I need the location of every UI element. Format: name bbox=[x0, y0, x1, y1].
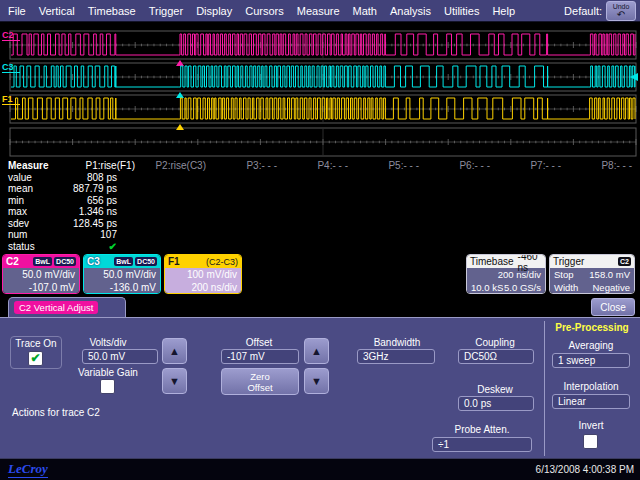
bwl-badge: BwL bbox=[114, 257, 133, 266]
measure-row-label-max: max bbox=[8, 206, 64, 218]
menu-item-measure[interactable]: Measure bbox=[297, 5, 340, 17]
measure-column-p6[interactable]: P6:- - - bbox=[419, 160, 490, 172]
measure-max-p1: 1.346 ns bbox=[64, 206, 135, 218]
menu-item-math[interactable]: Math bbox=[353, 5, 377, 17]
measure-num-p5 bbox=[348, 229, 419, 241]
measure-mean-p5 bbox=[348, 183, 419, 195]
measure-row-label-mean: mean bbox=[8, 183, 64, 195]
menu-item-trigger[interactable]: Trigger bbox=[149, 5, 183, 17]
menu-item-timebase[interactable]: Timebase bbox=[88, 5, 136, 17]
menu-item-utilities[interactable]: Utilities bbox=[444, 5, 479, 17]
trace-label-c2: C2 bbox=[2, 30, 20, 41]
measure-sdev-p1: 128.45 ps bbox=[64, 218, 135, 230]
trigger-source-badge: C2 bbox=[618, 257, 631, 266]
measure-row-label-value: value bbox=[8, 172, 64, 184]
coupling-field[interactable]: DC50Ω bbox=[458, 349, 534, 364]
volts-div-up-button[interactable]: ▲ bbox=[162, 338, 187, 364]
f1-function: (C2-C3) bbox=[206, 257, 238, 267]
measure-mean-p3 bbox=[206, 183, 277, 195]
trigger-time-marker-f1 bbox=[176, 124, 184, 130]
trace-on-checkbox[interactable]: ✔ bbox=[28, 351, 43, 366]
dc50-badge: DC50 bbox=[54, 257, 76, 266]
measure-mean-p6 bbox=[419, 183, 490, 195]
bandwidth-label: Bandwidth bbox=[355, 337, 439, 348]
measure-min-p8 bbox=[561, 195, 632, 207]
measure-table: MeasureP1:rise(F1)P2:rise(C3)P3:- - -P4:… bbox=[8, 160, 640, 252]
offset-up-button[interactable]: ▲ bbox=[304, 338, 329, 364]
measure-row-label-status: status bbox=[8, 241, 64, 253]
measure-num-p7 bbox=[490, 229, 561, 241]
zero-offset-button[interactable]: Zero Offset bbox=[221, 368, 299, 395]
trigger-descriptor[interactable]: Trigger C2 Stop 158.0 mV Width Negative bbox=[549, 254, 635, 294]
trace-label-f1: F1 bbox=[2, 94, 20, 105]
measure-num-p1: 107 bbox=[64, 229, 135, 241]
timebase-descriptor[interactable]: Timebase -460 ns 200 ns/div 10.0 kS 5.0 … bbox=[466, 254, 546, 294]
timebase-rate: 5.0 GS/s bbox=[504, 282, 541, 295]
volts-div-field[interactable]: 50.0 mV bbox=[82, 349, 158, 364]
menu-items: FileVerticalTimebaseTriggerDisplayCursor… bbox=[0, 5, 515, 17]
actions-for-trace-label: Actions for trace C2 bbox=[12, 407, 100, 418]
averaging-field[interactable]: 1 sweep bbox=[552, 353, 630, 368]
waveform-area[interactable]: C2 C3 F1 bbox=[0, 22, 640, 160]
measure-column-p2[interactable]: P2:rise(C3) bbox=[135, 160, 206, 172]
menu-item-vertical[interactable]: Vertical bbox=[39, 5, 75, 17]
measure-sdev-p4 bbox=[277, 218, 348, 230]
measure-max-p4 bbox=[277, 206, 348, 218]
measure-column-p1[interactable]: P1:rise(F1) bbox=[64, 160, 135, 172]
volts-div-down-button[interactable]: ▼ bbox=[162, 368, 187, 394]
dc50-badge: DC50 bbox=[135, 257, 157, 266]
measure-table-title: Measure bbox=[8, 160, 64, 172]
measure-column-p3[interactable]: P3:- - - bbox=[206, 160, 277, 172]
offset-down-button[interactable]: ▼ bbox=[304, 368, 329, 394]
waveform-svg bbox=[0, 22, 640, 160]
measure-value-p5 bbox=[348, 172, 419, 184]
descriptor-c3-id: C3 bbox=[87, 256, 100, 267]
probe-atten-label: Probe Atten. bbox=[430, 424, 534, 435]
menu-item-help[interactable]: Help bbox=[492, 5, 515, 17]
menu-item-display[interactable]: Display bbox=[196, 5, 232, 17]
probe-atten-field[interactable]: ÷1 bbox=[432, 437, 532, 452]
measure-mean-p8 bbox=[561, 183, 632, 195]
measure-num-p8 bbox=[561, 229, 632, 241]
measure-min-p4 bbox=[277, 195, 348, 207]
trigger-mode: Stop bbox=[554, 269, 574, 282]
measure-column-p5[interactable]: P5:- - - bbox=[348, 160, 419, 172]
interpolation-field[interactable]: Linear bbox=[552, 394, 630, 409]
measure-min-p6 bbox=[419, 195, 490, 207]
measure-mean-p1: 887.79 ps bbox=[64, 183, 135, 195]
measure-status-p1: ✔ bbox=[64, 241, 135, 253]
menu-item-cursors[interactable]: Cursors bbox=[245, 5, 284, 17]
measure-num-p2 bbox=[135, 229, 206, 241]
measure-status-p6 bbox=[419, 241, 490, 253]
c2-offset: -107.0 mV bbox=[7, 282, 75, 295]
measure-max-p3 bbox=[206, 206, 277, 218]
measure-min-p3 bbox=[206, 195, 277, 207]
deskew-field[interactable]: 0.0 ps bbox=[458, 396, 534, 411]
menu-item-analysis[interactable]: Analysis bbox=[390, 5, 431, 17]
measure-min-p1: 656 ps bbox=[64, 195, 135, 207]
c2-volts-per-div: 50.0 mV/div bbox=[7, 269, 75, 282]
channel-descriptor-f1[interactable]: F1 (C2-C3) 100 mV/div 200 ns/div bbox=[164, 254, 242, 294]
measure-column-p4[interactable]: P4:- - - bbox=[277, 160, 348, 172]
invert-label: Invert bbox=[548, 420, 634, 431]
measure-sdev-p8 bbox=[561, 218, 632, 230]
menu-bar-right: Default: Undo ↶ bbox=[564, 0, 636, 22]
channel-descriptor-c2[interactable]: C2 BwL DC50 50.0 mV/div -107.0 mV bbox=[2, 254, 80, 294]
undo-button[interactable]: Undo ↶ bbox=[606, 1, 636, 21]
tab-c2-vertical-adjust[interactable]: C2 Vertical Adjust bbox=[8, 297, 126, 317]
bandwidth-field[interactable]: 3GHz bbox=[357, 349, 435, 364]
variable-gain-checkbox[interactable] bbox=[100, 379, 115, 394]
measure-column-p7[interactable]: P7:- - - bbox=[490, 160, 561, 172]
bwl-badge: BwL bbox=[33, 257, 52, 266]
menu-bar: FileVerticalTimebaseTriggerDisplayCursor… bbox=[0, 0, 640, 22]
channel-descriptor-c3[interactable]: C3 BwL DC50 50.0 mV/div -136.0 mV bbox=[83, 254, 161, 294]
measure-min-p7 bbox=[490, 195, 561, 207]
volts-div-label: Volts/div bbox=[70, 337, 146, 348]
close-button[interactable]: Close bbox=[591, 298, 635, 316]
menu-item-file[interactable]: File bbox=[8, 5, 26, 17]
invert-checkbox[interactable] bbox=[583, 434, 598, 449]
measure-column-p8[interactable]: P8:- - - bbox=[561, 160, 632, 172]
trace-label-c3: C3 bbox=[2, 62, 20, 73]
offset-field[interactable]: -107 mV bbox=[221, 349, 299, 364]
measure-value-p2 bbox=[135, 172, 206, 184]
